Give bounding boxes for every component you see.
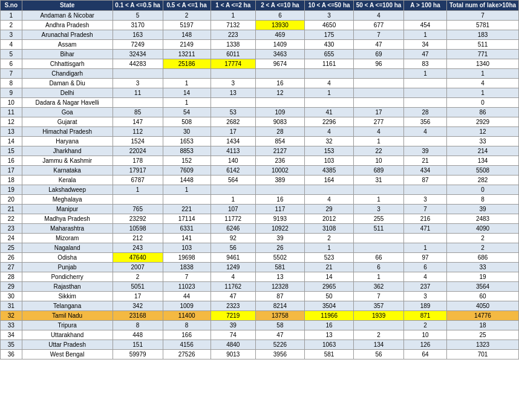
table-cell: 2323: [211, 301, 255, 311]
table-cell: 10: [354, 156, 404, 166]
table-cell: 11966: [305, 311, 354, 321]
table-cell: 9: [1, 88, 22, 98]
table-cell: 677: [354, 21, 404, 30]
header-col4[interactable]: 2 < A <=10 ha: [255, 1, 304, 11]
table-cell: [404, 234, 447, 243]
table-cell: 26: [255, 243, 304, 253]
table-cell: 277: [354, 117, 404, 127]
table-cell: 47: [211, 292, 255, 301]
table-cell: 854: [255, 137, 304, 146]
table-row: 14Haryana15241653143485432133: [1, 137, 519, 146]
table-row: 3Arunachal Pradesh16314822346917571183: [1, 30, 519, 40]
table-cell: 10598: [113, 224, 163, 234]
table-cell: 8214: [255, 301, 304, 311]
table-cell: 2012: [305, 214, 354, 224]
table-row: 30Sikkim17444787507360: [1, 292, 519, 301]
table-cell: [354, 243, 404, 253]
table-cell: 1: [404, 30, 447, 40]
table-cell: 689: [354, 166, 404, 176]
table-cell: 6: [1, 59, 22, 69]
table-cell: 28: [404, 108, 447, 117]
table-row: 19Lakshadweep110: [1, 185, 519, 195]
table-cell: 454: [404, 21, 447, 30]
table-row: 26Odisha4764019698946155025236697686: [1, 253, 519, 263]
table-cell: 6: [255, 11, 304, 21]
table-cell: 69: [354, 50, 404, 59]
table-cell: West Bengal: [22, 350, 113, 359]
table-cell: 83: [404, 59, 447, 69]
table-cell: 47: [404, 50, 447, 59]
table-cell: 39: [447, 205, 519, 214]
header-state[interactable]: State: [22, 1, 113, 11]
table-cell: Pondicherry: [22, 272, 113, 282]
table-cell: 17114: [163, 214, 211, 224]
table-cell: Chhattisgarh: [22, 59, 113, 69]
table-cell: Maharashtra: [22, 224, 113, 234]
data-table: S.no State 0.1 < A <=0.5 ha 0.5 < A <=1 …: [0, 0, 519, 359]
table-cell: 9013: [211, 350, 255, 359]
table-cell: 8: [447, 195, 519, 205]
header-col5[interactable]: 10 < A <=50 ha: [305, 1, 354, 11]
table-cell: 1: [305, 88, 354, 98]
table-cell: 7: [163, 272, 211, 282]
table-cell: 140: [211, 156, 255, 166]
table-cell: 214: [447, 146, 519, 156]
table-cell: 27: [1, 263, 22, 272]
table-cell: [404, 79, 447, 88]
table-cell: 28: [255, 127, 304, 137]
header-col1[interactable]: 0.1 < A <=0.5 ha: [113, 1, 163, 11]
table-cell: 4: [211, 272, 255, 282]
table-cell: 25186: [163, 59, 211, 69]
table-cell: 60: [447, 292, 519, 301]
table-row: 17Karnataka17917760961421000243856894345…: [1, 166, 519, 176]
table-cell: 13: [305, 330, 354, 340]
table-cell: [354, 321, 404, 330]
table-cell: 15: [1, 146, 22, 156]
table-cell: 1161: [305, 59, 354, 69]
table-cell: 4840: [211, 340, 255, 350]
header-col7[interactable]: A > 100 ha: [404, 1, 447, 11]
table-cell: 1: [211, 11, 255, 21]
table-cell: 13211: [163, 50, 211, 59]
table-cell: 237: [404, 282, 447, 292]
table-cell: [305, 69, 354, 79]
table-row: 4Assam72492149133814094304734511: [1, 40, 519, 50]
table-cell: Gujarat: [22, 117, 113, 127]
table-cell: 686: [447, 253, 519, 263]
table-cell: 1448: [163, 176, 211, 185]
table-cell: 39: [404, 146, 447, 156]
header-sno[interactable]: S.no: [1, 1, 22, 11]
table-cell: 1063: [305, 340, 354, 350]
table-cell: 87: [255, 292, 304, 301]
header-col6[interactable]: 50 < A <=100 ha: [354, 1, 404, 11]
table-cell: 0: [447, 185, 519, 195]
table-cell: 6011: [211, 50, 255, 59]
table-row: 12Gujarat1475082682908322962773562929: [1, 117, 519, 127]
table-cell: 342: [113, 301, 163, 311]
header-col2[interactable]: 0.5 < A <=1 ha: [163, 1, 211, 11]
table-cell: [354, 79, 404, 88]
table-cell: 25: [1, 243, 22, 253]
header-col3[interactable]: 1 < A <=2 ha: [211, 1, 255, 11]
table-cell: 153: [305, 146, 354, 156]
table-cell: 18: [447, 321, 519, 330]
header-col8[interactable]: Total num of lake>10ha: [447, 1, 519, 11]
table-cell: 4: [305, 127, 354, 137]
table-cell: 2: [447, 234, 519, 243]
table-cell: 1009: [163, 301, 211, 311]
table-cell: 7: [354, 30, 404, 40]
table-cell: Nagaland: [22, 243, 113, 253]
table-cell: Uttarakhand: [22, 330, 113, 340]
table-cell: 3956: [255, 350, 304, 359]
table-cell: 2007: [113, 263, 163, 272]
table-cell: 4: [1, 40, 22, 50]
table-cell: Mizoram: [22, 234, 113, 243]
table-cell: 4113: [211, 146, 255, 156]
table-cell: 17: [211, 127, 255, 137]
table-cell: 97: [404, 253, 447, 263]
table-cell: 25: [447, 330, 519, 340]
table-row: 24Mizoram212141923922: [1, 234, 519, 243]
table-cell: [255, 98, 304, 108]
table-cell: 126: [404, 340, 447, 350]
table-cell: 581: [305, 350, 354, 359]
